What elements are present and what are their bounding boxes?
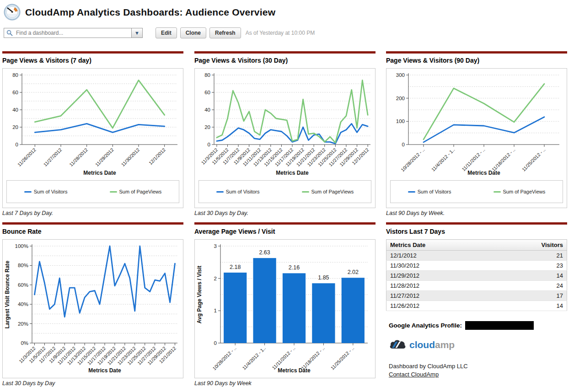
bounce-rate-chart[interactable]: 0%20%40%60%80%100%11/3/201211/5/201211/7…	[3, 240, 183, 378]
visitors-count-cell: 23	[494, 261, 567, 271]
series-line-0	[35, 246, 175, 317]
edit-button[interactable]: Edit	[156, 27, 177, 38]
svg-text:11/4/2012 - 1..: 11/4/2012 - 1..	[241, 345, 267, 371]
svg-text:0%: 0%	[21, 340, 28, 346]
dashboard-finder-combobox: ▼	[4, 28, 143, 38]
legend-item: Sum of Visitors	[408, 189, 451, 194]
logo-text-cloud: cloud	[409, 339, 435, 350]
chevron-down-icon: ▼	[134, 30, 139, 36]
table-row: 11/26/201214	[386, 301, 567, 311]
table-row: 11/30/201223	[386, 261, 567, 271]
svg-text:12/1/2012: 12/1/2012	[148, 147, 167, 166]
panel-accent-bar	[2, 51, 183, 54]
svg-text:11/25/2012 - ..: 11/25/2012 - ..	[521, 147, 547, 172]
panel-title: Page Views & Visitors (7 day)	[2, 57, 183, 64]
x-axis-title: Metrics Date	[278, 367, 311, 374]
chart-svg-3: 0%20%40%60%80%100%11/3/201211/5/201211/7…	[3, 240, 182, 376]
avg-pageviews-visit-chart[interactable]: 012310/28/2012 - ..11/4/2012 - 1..11/11/…	[195, 240, 375, 378]
page-title: CloudAmp Analytics Dashboards: Audience …	[25, 7, 275, 18]
x-axis-title: Metrics Date	[276, 170, 309, 176]
svg-text:80: 80	[204, 72, 210, 78]
svg-text:1: 1	[214, 308, 217, 313]
bar-0	[224, 273, 247, 343]
gauge-icon	[4, 4, 21, 21]
y-axis-title: Largest Visit Bounce Rate	[4, 260, 11, 328]
bar-value-label-2: 2.16	[289, 264, 300, 271]
bar-value-label-3: 1.85	[318, 274, 329, 281]
x-axis-title: Metrics Date	[467, 170, 500, 176]
dashboard-byline: Dashboard by CloudAmp LLC	[386, 363, 567, 370]
y-axis-labels: 0%20%40%60%80%100%	[15, 243, 32, 346]
y-axis-labels: 020406080	[204, 72, 214, 147]
panel-accent-bar	[2, 222, 183, 225]
y-axis-title: Avg Page Views / Visit	[196, 266, 203, 324]
chart-container: 02040608011/3/201211/5/201211/7/201211/9…	[194, 68, 376, 208]
ga-profile-label: Google Analytics Profile:	[389, 322, 462, 329]
pageviews-visitors-7day-chart[interactable]: 02040608011/26/201211/27/201211/28/20121…	[3, 69, 183, 179]
chart-container: 010020030010/28/2012 - ..11/4/2012 - 1..…	[386, 68, 567, 208]
metrics-date-cell: 12/1/2012	[386, 251, 494, 261]
legend-dash-icon	[302, 191, 309, 193]
legend-dash-icon	[24, 191, 32, 193]
visitors-table-header-date: Metrics Date	[386, 240, 494, 251]
series-line-1	[217, 80, 368, 143]
svg-text:11/29/2012: 11/29/2012	[94, 147, 115, 167]
panel-avg-pageviews-visit: Average Page Views / Visit 012310/28/201…	[194, 222, 376, 387]
svg-text:11/11/2012 - ..: 11/11/2012 - ..	[461, 147, 486, 172]
logo-text-amp: amp	[435, 339, 455, 350]
gridlines	[32, 246, 177, 333]
svg-text:10/28/2012 - ..: 10/28/2012 - ..	[211, 345, 237, 371]
visitors-table: Metrics Date Visitors 12/1/20122111/30/2…	[386, 239, 567, 311]
legend-item: Sum of Visitors	[24, 189, 68, 194]
search-input[interactable]	[14, 28, 131, 38]
svg-text:80%: 80%	[18, 263, 28, 268]
refresh-button[interactable]: Refresh	[209, 27, 241, 38]
table-row: 11/28/201224	[386, 281, 567, 291]
panel-pageviews-visitors-90day: Page Views & Visitors (90 Day) 010020030…	[386, 51, 567, 216]
toolbar: ▼ Edit Clone Refresh As of Yesterday at …	[4, 27, 315, 38]
pageviews-visitors-90day-chart[interactable]: 010020030010/28/2012 - ..11/4/2012 - 1..…	[386, 69, 567, 179]
pageviews-visitors-30day-chart[interactable]: 02040608011/3/201211/5/201211/7/201211/9…	[195, 69, 375, 179]
panel-footer: Last 30 Days by Day.	[194, 210, 376, 216]
chart-container: 0%20%40%60%80%100%11/3/201211/5/201211/7…	[2, 239, 183, 378]
chart-container: 02040608011/26/201211/27/201211/28/20121…	[2, 68, 183, 208]
panel-title: Average Page Views / Visit	[194, 228, 376, 235]
panel-accent-bar	[386, 51, 567, 54]
panel-accent-bar	[194, 51, 376, 54]
contact-cloudamp-link[interactable]: Contact CloudAmp	[386, 371, 439, 378]
chart-svg-4: 012310/28/2012 - ..11/4/2012 - 1..11/11/…	[195, 240, 374, 376]
svg-text:100: 100	[396, 118, 405, 124]
series-line-1	[35, 80, 164, 128]
svg-text:0: 0	[208, 142, 210, 147]
panel-title: Bounce Rate	[2, 228, 183, 235]
x-axis-labels: 11/3/201211/5/201211/7/201211/9/201211/1…	[18, 343, 177, 366]
panel-title: Vistors Last 7 Days	[386, 228, 567, 235]
cloudamp-logo: cloudamp	[386, 338, 567, 352]
ga-profile-redacted-value	[465, 321, 534, 330]
chart-legend: Sum of VisitorsSum of PageViews	[390, 180, 563, 203]
dashboard-finder-dropdown-button[interactable]: ▼	[131, 28, 142, 38]
svg-text:20: 20	[12, 124, 18, 130]
visitors-count-cell: 14	[494, 301, 567, 311]
svg-text:60%: 60%	[18, 282, 28, 288]
clone-button[interactable]: Clone	[180, 27, 206, 38]
svg-text:10/28/2012 - ..: 10/28/2012 - ..	[400, 147, 425, 172]
svg-text:0: 0	[214, 340, 217, 346]
axes	[32, 244, 177, 343]
svg-text:20: 20	[204, 124, 210, 130]
bar-2	[283, 273, 306, 343]
svg-text:0: 0	[402, 142, 405, 147]
cloudamp-cloud-icon	[389, 338, 406, 352]
svg-text:40: 40	[204, 107, 210, 113]
panel-footer: Last 90 Days by Week.	[386, 210, 567, 216]
svg-text:3: 3	[214, 243, 217, 249]
table-row: 12/1/201221	[386, 251, 567, 261]
x-axis-title: Metrics Date	[88, 367, 121, 374]
svg-text:80: 80	[12, 72, 18, 78]
panel-pageviews-visitors-7day: Page Views & Visitors (7 day) 0204060801…	[2, 51, 183, 216]
y-axis-labels: 020406080	[12, 72, 22, 147]
visitors-table-header-visitors: Visitors	[494, 240, 567, 251]
panel-footer: Last 30 Days by Day	[2, 380, 183, 387]
svg-text:40: 40	[12, 107, 18, 113]
svg-text:11/4/2012 - 1..: 11/4/2012 - 1..	[430, 147, 456, 172]
